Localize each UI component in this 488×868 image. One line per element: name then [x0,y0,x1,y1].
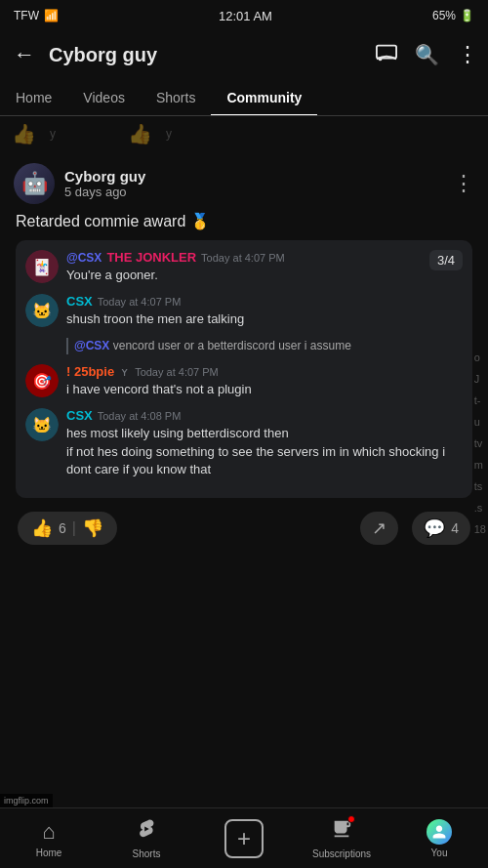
chat-content-1: @CSX THE JONKLER Today at 4:07 PM You're… [66,250,463,284]
chat-avatar-jonkler: 🃏 [25,250,59,283]
chat-mention-1: @CSX [66,251,102,265]
verified-icon-bpie: ʏ [121,365,128,379]
nav-you-label: You [431,847,448,858]
status-time: 12:01 AM [219,9,272,23]
like-count: 6 [59,520,66,536]
post-meta: Cyborg guy 5 days ago [64,168,145,199]
search-icon[interactable]: 🔍 [415,43,439,66]
side-hints-right: o J t- u tv m ts .s 18 [474,347,486,540]
chat-header-4: ! 25bpie ʏ Today at 4:07 PM [66,364,463,379]
carrier-text: TFW [14,9,39,22]
comment-button[interactable]: 💬 4 [412,512,470,545]
status-bar: TFW 📶 12:01 AM 65% 🔋 [0,0,488,29]
chat-timestamp-5: Today at 4:08 PM [98,410,182,422]
tab-bar: Home Videos Shorts Community [0,80,488,116]
chat-page-badge: 3/4 [429,250,463,270]
watermark: imgflip.com [0,794,53,807]
add-icon: + [224,819,264,858]
chat-message-1: 🃏 @CSX THE JONKLER Today at 4:07 PM You'… [25,250,463,284]
tab-shorts[interactable]: Shorts [141,80,211,115]
chat-username-jonkler: THE JONKLER [106,250,196,265]
subscriptions-notif-dot [347,815,355,823]
nav-subscriptions[interactable]: Subscriptions [293,818,390,859]
chat-timestamp-1: Today at 4:07 PM [201,252,285,264]
chat-inline-text-3: vencord user or a betterdiscord user i a… [113,339,351,352]
battery-icon: 🔋 [460,9,474,22]
chat-message-3: @CSX vencord user or a betterdiscord use… [66,338,463,354]
nav-home[interactable]: ⌂ Home [0,819,98,858]
comment-icon: 💬 [424,517,445,539]
chat-avatar-bpie: 🎯 [25,364,59,397]
post-actions: 👍 6 | 👎 ↗ 💬 4 [14,506,474,551]
like-icon[interactable]: 👍 [31,517,53,539]
chat-header-1: @CSX THE JONKLER Today at 4:07 PM [66,250,463,265]
status-right: 65% 🔋 [432,9,474,22]
cast-icon[interactable] [376,44,397,66]
chat-message-2: 🐱 CSX Today at 4:07 PM shush troon the m… [25,294,463,328]
channel-title: Cyborg guy [49,44,366,66]
like-dislike-group: 👍 6 | 👎 [18,512,117,545]
dislike-icon[interactable]: 👎 [82,517,103,539]
nav-subscriptions-label: Subscriptions [312,848,371,859]
more-options-icon[interactable]: ⋮ [457,42,478,67]
chat-timestamp-2: Today at 4:07 PM [98,296,182,308]
bottom-nav: ⌂ Home Shorts + Subscriptions You [0,807,488,868]
post-header: 🤖 Cyborg guy 5 days ago ⋮ [14,163,474,204]
you-icon [427,819,452,845]
chat-avatar-csx-2: 🐱 [25,408,59,441]
you-avatar [427,819,452,845]
nav-you[interactable]: You [390,819,488,858]
chat-message-4: 🎯 ! 25bpie ʏ Today at 4:07 PM i have ven… [25,364,463,398]
share-icon: ↗ [372,517,386,539]
chat-content-4: ! 25bpie ʏ Today at 4:07 PM i have venco… [66,364,463,398]
top-nav: ← Cyborg guy 🔍 ⋮ [0,29,488,80]
back-button[interactable]: ← [10,38,39,71]
post-author-name: Cyborg guy [64,168,145,185]
main-content: 🤖 Cyborg guy 5 days ago ⋮ Retarded commi… [0,151,488,558]
post-text: Retarded commie award 🥇 [14,212,474,230]
nav-home-label: Home [36,847,62,858]
share-button[interactable]: ↗ [360,512,398,545]
wifi-icon: 📶 [44,9,59,22]
chat-body-1: You're a gooner. [66,267,463,284]
chat-header-5: CSX Today at 4:08 PM [66,408,463,423]
chat-timestamp-4: Today at 4:07 PM [135,366,219,378]
scroll-hint-row: 👍 y 👍 y [0,116,488,151]
chat-body-5: hes most likely using betterdiscord then… [66,425,463,478]
shorts-icon [136,818,157,846]
chat-content-5: CSX Today at 4:08 PM hes most likely usi… [66,408,463,478]
post-time: 5 days ago [64,185,145,199]
nav-add[interactable]: + [195,819,293,858]
chat-avatar-csx: 🐱 [25,294,59,327]
chat-message-5: 🐱 CSX Today at 4:08 PM hes most likely u… [25,408,463,478]
chat-body-4: i have vencord that's not a plugin [66,381,463,398]
post-container: 🤖 Cyborg guy 5 days ago ⋮ Retarded commi… [0,151,488,558]
chat-body-2: shush troon the men are talking [66,310,463,328]
tab-videos[interactable]: Videos [67,80,141,115]
chat-body-3: @CSX vencord user or a betterdiscord use… [74,338,463,354]
tab-home[interactable]: Home [0,80,67,115]
chat-username-bpie: ! 25bpie [66,364,114,379]
status-left: TFW 📶 [14,9,59,22]
battery-text: 65% [432,9,456,22]
divider: | [72,519,76,537]
nav-shorts-label: Shorts [133,848,161,859]
chat-mention-3: @CSX [74,339,109,352]
nav-icons: 🔍 ⋮ [376,42,478,67]
chat-content-2: CSX Today at 4:07 PM shush troon the men… [66,294,463,328]
chat-embed: 3/4 🃏 @CSX THE JONKLER Today at 4:07 PM … [16,240,472,498]
post-more-icon[interactable]: ⋮ [453,171,474,196]
chat-username-csx-2: CSX [66,408,93,423]
post-author-info: 🤖 Cyborg guy 5 days ago [14,163,145,204]
comment-count: 4 [451,520,459,536]
home-icon: ⌂ [42,819,55,845]
author-avatar: 🤖 [14,163,55,204]
svg-point-1 [379,57,383,61]
subscriptions-icon [331,818,352,846]
chat-username-csx-1: CSX [66,294,93,309]
tab-community[interactable]: Community [211,80,317,115]
chat-header-2: CSX Today at 4:07 PM [66,294,463,309]
nav-shorts[interactable]: Shorts [98,818,195,859]
